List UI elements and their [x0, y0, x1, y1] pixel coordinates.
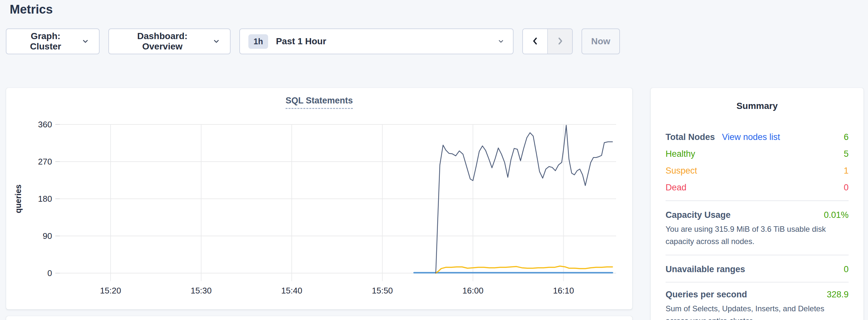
- time-step-buttons: [522, 28, 573, 54]
- capacity-usage-label: Capacity Usage: [665, 210, 731, 220]
- queries-per-second-label: Queries per second: [665, 289, 747, 300]
- queries-per-second-description: Sum of Selects, Updates, Inserts, and De…: [665, 302, 848, 320]
- view-nodes-list-link[interactable]: View nodes list: [722, 131, 780, 143]
- dead-nodes-row: Dead 0: [665, 182, 848, 193]
- capacity-usage-description: You are using 315.9 MiB of 3.6 TiB usabl…: [665, 223, 848, 248]
- chevron-down-icon: [82, 37, 89, 45]
- page-title: Metrics: [10, 0, 53, 19]
- healthy-nodes-row: Healthy 5: [665, 148, 848, 160]
- time-next-button[interactable]: [547, 29, 572, 54]
- chevron-right-icon: [555, 36, 565, 47]
- svg-text:360: 360: [38, 120, 52, 129]
- capacity-usage-value: 0.01%: [824, 210, 848, 220]
- time-range-badge: 1h: [248, 34, 268, 49]
- time-range-label: Past 1 Hour: [276, 36, 490, 46]
- graph-dropdown[interactable]: Graph: Cluster: [6, 28, 100, 54]
- dead-nodes-label: Dead: [665, 182, 687, 193]
- suspect-nodes-row: Suspect 1: [665, 165, 848, 177]
- unavailable-ranges-label: Unavailable ranges: [665, 264, 745, 275]
- dashboard-dropdown-label: Dashboard: Overview: [119, 31, 206, 52]
- total-nodes-row: Total Nodes View nodes list 6: [665, 131, 848, 143]
- svg-text:16:10: 16:10: [553, 286, 574, 295]
- svg-text:15:30: 15:30: [190, 286, 212, 295]
- suspect-nodes-label: Suspect: [665, 165, 697, 177]
- svg-text:queries: queries: [13, 185, 23, 213]
- queries-per-second-value: 328.9: [827, 289, 848, 300]
- time-prev-button[interactable]: [523, 29, 547, 54]
- summary-panel: Summary Total Nodes View nodes list 6 He…: [651, 88, 864, 320]
- sql-statements-chart[interactable]: 09018027036015:2015:3015:4015:5016:0016:…: [6, 88, 632, 309]
- healthy-nodes-value: 5: [844, 148, 848, 160]
- chart-title[interactable]: SQL Statements: [6, 96, 632, 106]
- svg-text:90: 90: [43, 231, 52, 241]
- chevron-down-icon: [497, 38, 504, 45]
- capacity-usage-section: Capacity Usage 0.01% You are using 315.9…: [665, 201, 848, 248]
- time-range-selector[interactable]: 1h Past 1 Hour: [239, 28, 514, 54]
- next-chart-card: [6, 316, 632, 320]
- queries-per-second-section: Queries per second 328.9 Sum of Selects,…: [665, 283, 848, 320]
- svg-text:15:40: 15:40: [281, 286, 302, 295]
- unavailable-ranges-section: Unavailable ranges 0: [665, 255, 848, 275]
- graph-dropdown-label: Graph: Cluster: [16, 31, 75, 52]
- dead-nodes-value: 0: [844, 182, 848, 193]
- unavailable-ranges-value: 0: [844, 264, 848, 275]
- chevron-down-icon: [213, 37, 220, 45]
- svg-text:15:20: 15:20: [100, 286, 121, 295]
- total-nodes-label: Total Nodes: [665, 131, 715, 143]
- now-button[interactable]: Now: [582, 28, 620, 54]
- metrics-page: { "page": { "title": "Metrics", "backgro…: [0, 0, 868, 320]
- svg-text:180: 180: [38, 194, 52, 204]
- dashboard-dropdown[interactable]: Dashboard: Overview: [108, 28, 230, 54]
- svg-text:15:50: 15:50: [372, 286, 393, 295]
- toolbar: Graph: Cluster Dashboard: Overview 1h Pa…: [6, 28, 620, 54]
- node-status-list: Total Nodes View nodes list 6 Healthy 5 …: [665, 131, 848, 193]
- summary-title: Summary: [665, 100, 848, 112]
- svg-text:16:00: 16:00: [462, 286, 484, 295]
- sql-statements-chart-card: SQL Statements 09018027036015:2015:3015:…: [6, 88, 632, 309]
- total-nodes-value: 6: [844, 131, 848, 143]
- chevron-left-icon: [530, 36, 540, 47]
- svg-text:270: 270: [38, 157, 52, 166]
- svg-text:0: 0: [48, 268, 52, 278]
- suspect-nodes-value: 1: [844, 165, 848, 177]
- healthy-nodes-label: Healthy: [665, 148, 695, 160]
